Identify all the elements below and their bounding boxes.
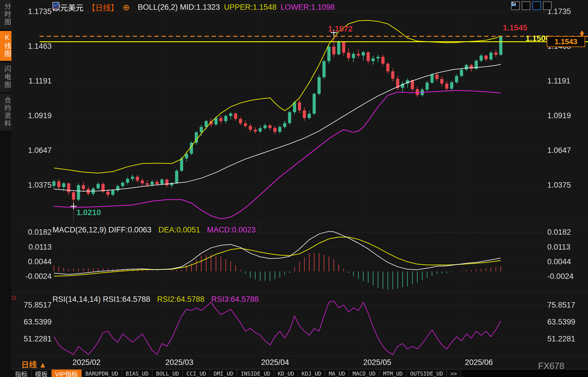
add-indicator-icon[interactable]: ⊕ xyxy=(122,2,130,12)
y-axis-label-right: -0.0024 xyxy=(547,272,587,281)
y-axis-label: -0.0024 xyxy=(11,272,52,281)
sidebar-item-2[interactable]: K线图 xyxy=(0,31,11,61)
period-up-arrow-icon: ▲ xyxy=(39,361,47,369)
y-axis-label-right: 0.0113 xyxy=(547,243,587,252)
indicator-tab[interactable]: BIAS_UD xyxy=(122,370,153,377)
macd-diff-value: MACD(26,12,9) DIFF:0.0063 xyxy=(52,226,151,234)
macd-header: MACD(26,12,9) DIFF:0.0063 DEA:0.0051 MAC… xyxy=(52,226,256,234)
indicator-tab-bar: 指标模板VIP指标BARUPDN_UDBIAS_UDBOLL_UDCCI_UDD… xyxy=(11,369,588,377)
y-axis-label-right: 0.0182 xyxy=(547,228,587,237)
chart-header: 欧元美元 【日线】 ⊕ BOLL(26,2) MID:1.1323 UPPER:… xyxy=(52,2,335,13)
last-price-box: 1.1543 xyxy=(547,36,585,47)
x-axis-label: 2025/04 xyxy=(261,358,289,367)
indicator-tab[interactable]: BOLL_UD xyxy=(153,370,183,377)
indicator-tab[interactable]: OUTSIDE_UD xyxy=(407,370,447,377)
rsi1-value: RSI(14,14,14) RSI1:64.5788 xyxy=(52,295,150,304)
period-tag: 【日线】 xyxy=(87,2,118,13)
boll-upper-value: UPPER:1.1548 xyxy=(224,3,277,12)
y-axis-label: 1.1191 xyxy=(11,77,52,85)
sidebar-item-3[interactable]: 闪电图 xyxy=(0,63,11,92)
alert-line-price-label: 1.1500 xyxy=(525,34,550,43)
rsi2-value: RSI2:64.5788 xyxy=(157,295,205,304)
y-axis-label-right: 1.0919 xyxy=(547,111,587,120)
price-marker-icon xyxy=(577,30,587,37)
y-axis-label-right: 1.1735 xyxy=(547,7,587,16)
shift-axis-icon[interactable] xyxy=(543,1,552,10)
y-axis-label: 75.8517 xyxy=(11,301,52,310)
y-axis-label: 63.5399 xyxy=(11,318,52,327)
indicator-tab[interactable]: CCI_UD xyxy=(183,370,210,377)
indicator-tab[interactable]: 指标 xyxy=(11,370,32,377)
indicator-tab[interactable]: BARUPDN_UD xyxy=(82,370,122,377)
indicator-tab[interactable]: >> xyxy=(447,370,461,377)
price-annotation: 1.1545 xyxy=(503,23,527,32)
y-axis-label: 51.2281 xyxy=(11,335,52,343)
x-axis-label: 2025/05 xyxy=(363,358,391,367)
y-axis-label: 1.0919 xyxy=(11,111,52,120)
rsi3-value: RSI3:64.5788 xyxy=(211,295,259,304)
y-axis-label: 1.1463 xyxy=(11,42,52,51)
period-label-text: 日线 xyxy=(21,361,37,369)
pane-divider[interactable] xyxy=(11,224,588,224)
indicator-tab[interactable]: KD_UD xyxy=(274,370,298,377)
y-axis-label-right: 51.2281 xyxy=(547,335,587,343)
auto-scale-icon[interactable] xyxy=(532,1,541,10)
price-annotation: 1.0210 xyxy=(76,208,101,217)
macd-value: MACD:0.0023 xyxy=(207,226,256,234)
sidebar-item-1[interactable]: 分时图 xyxy=(0,0,11,29)
y-axis-label-right: 63.5399 xyxy=(547,318,587,327)
period-selector[interactable]: 日线 ▲ xyxy=(21,359,46,370)
pane-divider xyxy=(11,356,588,356)
indicator-tab[interactable]: MTM_UD xyxy=(379,370,407,377)
indicator-tab[interactable]: VIP指标 xyxy=(52,370,82,377)
y-axis-label-right: 75.8517 xyxy=(547,301,587,310)
y-axis-label-right: 0.0044 xyxy=(547,257,587,266)
sidebar: 分时图K线图闪电图合约资料 xyxy=(0,0,11,377)
chart-toolbar xyxy=(511,1,552,10)
y-axis-label: 1.1735 xyxy=(11,7,52,16)
y-axis-label: 1.0375 xyxy=(11,181,52,190)
y-axis-label-right: 1.1191 xyxy=(547,77,587,85)
rsi-header: RSI(14,14,14) RSI1:64.5788 RSI2:64.5788 … xyxy=(52,295,259,304)
y-axis-label-right: 1.0647 xyxy=(547,146,587,155)
indicator-tab[interactable]: DMI_UD xyxy=(210,370,237,377)
boll-mid-value: BOLL(26,2) MID:1.1323 xyxy=(138,3,220,12)
x-axis-label: 2025/06 xyxy=(465,358,493,367)
boll-lower-value: LOWER:1.1098 xyxy=(281,3,335,12)
y-axis-label: 0.0113 xyxy=(11,243,52,252)
chart-canvas[interactable] xyxy=(0,0,588,377)
indicator-tab[interactable]: MA_UD xyxy=(325,370,349,377)
y-axis-label-right: 1.0375 xyxy=(547,181,587,190)
x-axis-label: 2025/03 xyxy=(165,358,193,367)
y-axis-label: 0.0182 xyxy=(11,228,52,237)
y-axis-label: 0.0044 xyxy=(11,257,52,266)
indicator-tab[interactable]: 模板 xyxy=(32,370,52,377)
pane-divider[interactable] xyxy=(11,292,588,292)
indicator-tab[interactable]: KDJ_UD xyxy=(298,370,325,377)
indicator-tab[interactable]: MACD_UD xyxy=(349,370,379,377)
x-axis-label: 2025/02 xyxy=(73,358,101,367)
macd-dea-value: DEA:0.0051 xyxy=(158,226,200,234)
sidebar-item-4[interactable]: 合约资料 xyxy=(0,94,11,131)
y-axis-label: 1.0647 xyxy=(11,146,52,155)
trading-app-window: 分时图K线图闪电图合约资料 欧元美元 【日线】 ⊕ BOLL(26,2) MID… xyxy=(0,0,588,377)
price-annotation: 1.1572 xyxy=(328,24,353,34)
axis-scale-icon[interactable] xyxy=(522,1,530,10)
indicator-tab[interactable]: INSIDE_UD xyxy=(237,370,274,377)
